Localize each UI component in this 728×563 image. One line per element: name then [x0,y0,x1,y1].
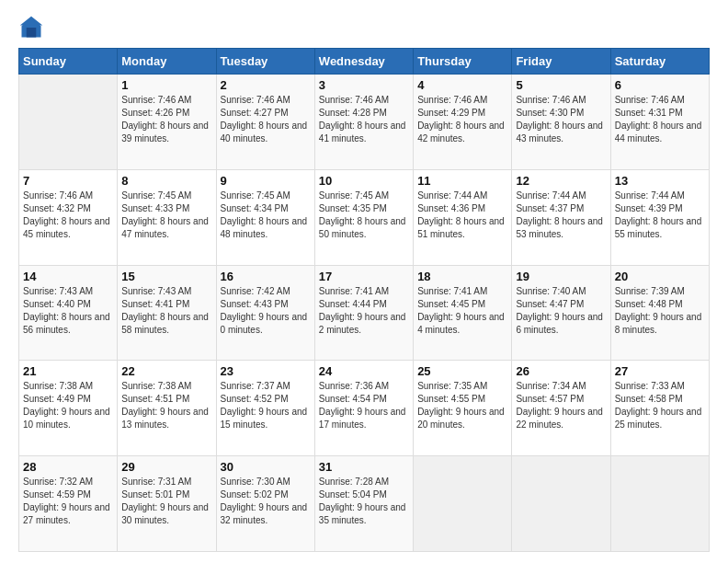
calendar-cell: 19Sunrise: 7:40 AMSunset: 4:47 PMDayligh… [512,265,610,361]
logo-icon [18,15,44,40]
calendar-cell: 15Sunrise: 7:43 AMSunset: 4:41 PMDayligh… [118,265,216,361]
day-header-friday: Friday [512,49,610,75]
calendar-cell [19,75,118,170]
day-number: 10 [319,174,409,188]
day-info: Sunrise: 7:46 AMSunset: 4:26 PMDaylight:… [121,94,211,145]
calendar-cell: 3Sunrise: 7:46 AMSunset: 4:28 PMDaylight… [314,75,413,170]
day-header-thursday: Thursday [414,49,512,75]
day-number: 19 [516,270,606,283]
calendar-cell: 7Sunrise: 7:46 AMSunset: 4:32 PMDaylight… [19,169,118,265]
day-info: Sunrise: 7:35 AMSunset: 4:55 PMDaylight:… [417,380,507,431]
day-header-sunday: Sunday [19,49,118,75]
calendar-cell: 18Sunrise: 7:41 AMSunset: 4:45 PMDayligh… [414,265,512,361]
day-info: Sunrise: 7:46 AMSunset: 4:29 PMDaylight:… [417,94,507,145]
day-info: Sunrise: 7:44 AMSunset: 4:39 PMDaylight:… [615,190,705,241]
day-number: 25 [417,364,507,378]
day-number: 31 [319,460,409,474]
calendar-week-row: 1Sunrise: 7:46 AMSunset: 4:26 PMDaylight… [19,75,710,170]
day-number: 20 [615,270,705,283]
day-info: Sunrise: 7:43 AMSunset: 4:41 PMDaylight:… [121,285,211,337]
day-info: Sunrise: 7:41 AMSunset: 4:44 PMDaylight:… [319,285,409,337]
calendar-cell: 28Sunrise: 7:32 AMSunset: 4:59 PMDayligh… [19,456,118,552]
day-info: Sunrise: 7:32 AMSunset: 4:59 PMDaylight:… [23,476,113,527]
day-number: 14 [23,270,113,283]
day-number: 7 [23,174,113,188]
calendar-cell: 23Sunrise: 7:37 AMSunset: 4:52 PMDayligh… [216,361,314,456]
day-info: Sunrise: 7:37 AMSunset: 4:52 PMDaylight:… [221,380,311,431]
day-number: 11 [417,174,507,188]
calendar-cell: 5Sunrise: 7:46 AMSunset: 4:30 PMDaylight… [512,75,610,170]
day-info: Sunrise: 7:44 AMSunset: 4:36 PMDaylight:… [417,190,507,241]
day-number: 5 [516,78,606,92]
day-info: Sunrise: 7:46 AMSunset: 4:32 PMDaylight:… [23,190,113,241]
calendar-cell: 10Sunrise: 7:45 AMSunset: 4:35 PMDayligh… [314,169,413,265]
day-info: Sunrise: 7:40 AMSunset: 4:47 PMDaylight:… [516,285,606,337]
calendar-cell: 8Sunrise: 7:45 AMSunset: 4:33 PMDaylight… [118,169,216,265]
day-info: Sunrise: 7:44 AMSunset: 4:37 PMDaylight:… [516,190,606,241]
calendar-cell: 12Sunrise: 7:44 AMSunset: 4:37 PMDayligh… [512,169,610,265]
day-header-monday: Monday [118,49,216,75]
calendar-cell: 31Sunrise: 7:28 AMSunset: 5:04 PMDayligh… [314,456,413,552]
day-info: Sunrise: 7:30 AMSunset: 5:02 PMDaylight:… [221,476,311,527]
day-number: 2 [221,78,311,92]
day-number: 22 [121,364,211,378]
calendar-cell: 11Sunrise: 7:44 AMSunset: 4:36 PMDayligh… [414,169,512,265]
calendar-cell: 20Sunrise: 7:39 AMSunset: 4:48 PMDayligh… [610,265,709,361]
day-info: Sunrise: 7:45 AMSunset: 4:35 PMDaylight:… [319,190,409,241]
day-info: Sunrise: 7:43 AMSunset: 4:40 PMDaylight:… [23,285,113,337]
day-number: 23 [221,364,311,378]
page: SundayMondayTuesdayWednesdayThursdayFrid… [0,0,728,563]
calendar-cell [414,456,512,552]
calendar-cell: 9Sunrise: 7:45 AMSunset: 4:34 PMDaylight… [216,169,314,265]
calendar-table: SundayMondayTuesdayWednesdayThursdayFrid… [18,48,710,552]
day-number: 15 [121,270,211,283]
calendar-cell [610,456,709,552]
day-info: Sunrise: 7:39 AMSunset: 4:48 PMDaylight:… [615,285,705,337]
day-number: 1 [121,78,211,92]
day-header-tuesday: Tuesday [216,49,314,75]
calendar-cell: 27Sunrise: 7:33 AMSunset: 4:58 PMDayligh… [610,361,709,456]
calendar-cell: 6Sunrise: 7:46 AMSunset: 4:31 PMDaylight… [610,75,709,170]
day-info: Sunrise: 7:46 AMSunset: 4:30 PMDaylight:… [516,94,606,145]
day-number: 8 [121,174,211,188]
calendar-week-row: 28Sunrise: 7:32 AMSunset: 4:59 PMDayligh… [19,456,710,552]
day-info: Sunrise: 7:46 AMSunset: 4:27 PMDaylight:… [221,94,311,145]
day-info: Sunrise: 7:34 AMSunset: 4:57 PMDaylight:… [516,380,606,431]
calendar-cell: 14Sunrise: 7:43 AMSunset: 4:40 PMDayligh… [19,265,118,361]
day-number: 24 [319,364,409,378]
calendar-cell: 30Sunrise: 7:30 AMSunset: 5:02 PMDayligh… [216,456,314,552]
calendar-cell: 21Sunrise: 7:38 AMSunset: 4:49 PMDayligh… [19,361,118,456]
day-number: 21 [23,364,113,378]
day-header-saturday: Saturday [610,49,709,75]
day-info: Sunrise: 7:46 AMSunset: 4:28 PMDaylight:… [319,94,409,145]
day-number: 28 [23,460,113,474]
day-number: 26 [516,364,606,378]
day-info: Sunrise: 7:36 AMSunset: 4:54 PMDaylight:… [319,380,409,431]
day-info: Sunrise: 7:31 AMSunset: 5:01 PMDaylight:… [121,476,211,527]
day-info: Sunrise: 7:45 AMSunset: 4:34 PMDaylight:… [221,190,311,241]
day-info: Sunrise: 7:28 AMSunset: 5:04 PMDaylight:… [319,476,409,527]
day-info: Sunrise: 7:33 AMSunset: 4:58 PMDaylight:… [615,380,705,431]
day-number: 6 [615,78,705,92]
header [18,15,710,40]
logo [18,15,48,40]
day-info: Sunrise: 7:38 AMSunset: 4:49 PMDaylight:… [23,380,113,431]
calendar-week-row: 7Sunrise: 7:46 AMSunset: 4:32 PMDaylight… [19,169,710,265]
day-number: 29 [121,460,211,474]
day-number: 12 [516,174,606,188]
day-number: 30 [221,460,311,474]
day-number: 4 [417,78,507,92]
calendar-cell: 25Sunrise: 7:35 AMSunset: 4:55 PMDayligh… [414,361,512,456]
day-number: 18 [417,270,507,283]
calendar-week-row: 21Sunrise: 7:38 AMSunset: 4:49 PMDayligh… [19,361,710,456]
day-info: Sunrise: 7:46 AMSunset: 4:31 PMDaylight:… [615,94,705,145]
calendar-cell: 22Sunrise: 7:38 AMSunset: 4:51 PMDayligh… [118,361,216,456]
day-number: 13 [615,174,705,188]
calendar-cell: 16Sunrise: 7:42 AMSunset: 4:43 PMDayligh… [216,265,314,361]
calendar-cell: 29Sunrise: 7:31 AMSunset: 5:01 PMDayligh… [118,456,216,552]
day-number: 16 [221,270,311,283]
calendar-cell: 17Sunrise: 7:41 AMSunset: 4:44 PMDayligh… [314,265,413,361]
calendar-cell: 26Sunrise: 7:34 AMSunset: 4:57 PMDayligh… [512,361,610,456]
calendar-week-row: 14Sunrise: 7:43 AMSunset: 4:40 PMDayligh… [19,265,710,361]
svg-rect-2 [27,28,37,38]
